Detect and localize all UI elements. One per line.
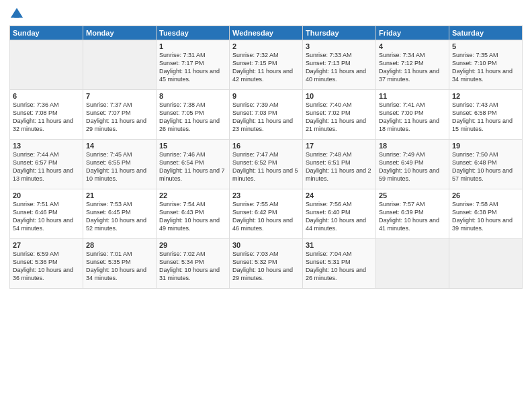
calendar-cell: 18Sunrise: 7:49 AM Sunset: 6:49 PM Dayli…: [376, 140, 449, 189]
day-number: 27: [13, 241, 80, 249]
day-info: Sunrise: 7:56 AM Sunset: 6:40 PM Dayligh…: [306, 200, 373, 233]
day-info: Sunrise: 7:40 AM Sunset: 7:02 PM Dayligh…: [306, 101, 373, 134]
calendar-cell: [10, 40, 83, 90]
calendar-cell: 11Sunrise: 7:41 AM Sunset: 7:00 PM Dayli…: [376, 90, 449, 140]
calendar-cell: 22Sunrise: 7:54 AM Sunset: 6:43 PM Dayli…: [157, 189, 230, 239]
day-number: 28: [86, 241, 153, 249]
day-number: 6: [13, 92, 80, 100]
calendar-cell: 29Sunrise: 7:02 AM Sunset: 5:34 PM Dayli…: [157, 239, 230, 289]
day-info: Sunrise: 7:37 AM Sunset: 7:07 PM Dayligh…: [86, 101, 153, 134]
day-info: Sunrise: 7:38 AM Sunset: 7:05 PM Dayligh…: [159, 101, 226, 134]
weekday-sunday: Sunday: [10, 26, 83, 40]
calendar-cell: 8Sunrise: 7:38 AM Sunset: 7:05 PM Daylig…: [157, 90, 230, 140]
day-number: 5: [452, 42, 519, 50]
day-number: 1: [159, 42, 226, 50]
day-info: Sunrise: 7:39 AM Sunset: 7:03 PM Dayligh…: [232, 101, 300, 134]
day-number: 7: [86, 92, 153, 100]
day-info: Sunrise: 7:31 AM Sunset: 7:17 PM Dayligh…: [159, 51, 226, 84]
calendar-cell: 21Sunrise: 7:53 AM Sunset: 6:45 PM Dayli…: [83, 189, 157, 239]
weekday-tuesday: Tuesday: [157, 26, 230, 40]
svg-rect-1: [14, 15, 19, 18]
day-number: 16: [232, 142, 300, 150]
day-info: Sunrise: 7:02 AM Sunset: 5:34 PM Dayligh…: [159, 250, 226, 283]
day-number: 9: [232, 92, 300, 100]
day-number: 22: [159, 191, 226, 199]
day-info: Sunrise: 7:50 AM Sunset: 6:48 PM Dayligh…: [452, 150, 519, 183]
calendar-cell: 10Sunrise: 7:40 AM Sunset: 7:02 PM Dayli…: [303, 90, 376, 140]
day-info: Sunrise: 7:53 AM Sunset: 6:45 PM Dayligh…: [86, 200, 153, 233]
weekday-monday: Monday: [83, 26, 157, 40]
logo-icon: [9, 7, 24, 21]
day-number: 2: [232, 42, 300, 50]
calendar-cell: 25Sunrise: 7:57 AM Sunset: 6:39 PM Dayli…: [376, 189, 449, 239]
weekday-header-row: SundayMondayTuesdayWednesdayThursdayFrid…: [10, 26, 523, 40]
calendar-cell: 24Sunrise: 7:56 AM Sunset: 6:40 PM Dayli…: [303, 189, 376, 239]
calendar-cell: [376, 239, 449, 289]
calendar-cell: [449, 239, 523, 289]
day-number: 23: [232, 191, 300, 199]
calendar-cell: 16Sunrise: 7:47 AM Sunset: 6:52 PM Dayli…: [230, 140, 303, 189]
day-info: Sunrise: 7:48 AM Sunset: 6:51 PM Dayligh…: [306, 150, 373, 183]
calendar-cell: 3Sunrise: 7:33 AM Sunset: 7:13 PM Daylig…: [303, 40, 376, 90]
day-info: Sunrise: 7:46 AM Sunset: 6:54 PM Dayligh…: [159, 150, 226, 183]
day-info: Sunrise: 7:01 AM Sunset: 5:35 PM Dayligh…: [86, 250, 153, 283]
calendar-cell: 31Sunrise: 7:04 AM Sunset: 5:31 PM Dayli…: [303, 239, 376, 289]
day-info: Sunrise: 7:41 AM Sunset: 7:00 PM Dayligh…: [379, 101, 446, 134]
day-number: 20: [13, 191, 80, 199]
calendar-cell: 5Sunrise: 7:35 AM Sunset: 7:10 PM Daylig…: [449, 40, 523, 90]
day-number: 12: [452, 92, 519, 100]
day-info: Sunrise: 7:04 AM Sunset: 5:31 PM Dayligh…: [306, 250, 373, 283]
calendar-cell: 30Sunrise: 7:03 AM Sunset: 5:32 PM Dayli…: [230, 239, 303, 289]
day-info: Sunrise: 7:34 AM Sunset: 7:12 PM Dayligh…: [379, 51, 446, 84]
day-number: 26: [452, 191, 519, 199]
day-number: 25: [379, 191, 446, 199]
day-info: Sunrise: 7:57 AM Sunset: 6:39 PM Dayligh…: [379, 200, 446, 233]
calendar-cell: 9Sunrise: 7:39 AM Sunset: 7:03 PM Daylig…: [230, 90, 303, 140]
day-info: Sunrise: 7:32 AM Sunset: 7:15 PM Dayligh…: [232, 51, 300, 84]
day-number: 18: [379, 142, 446, 150]
calendar-cell: 1Sunrise: 7:31 AM Sunset: 7:17 PM Daylig…: [157, 40, 230, 90]
day-info: Sunrise: 6:59 AM Sunset: 5:36 PM Dayligh…: [13, 250, 80, 283]
day-info: Sunrise: 7:49 AM Sunset: 6:49 PM Dayligh…: [379, 150, 446, 183]
day-number: 31: [306, 241, 373, 249]
calendar-cell: 4Sunrise: 7:34 AM Sunset: 7:12 PM Daylig…: [376, 40, 449, 90]
day-info: Sunrise: 7:54 AM Sunset: 6:43 PM Dayligh…: [159, 200, 226, 233]
week-row-2: 6Sunrise: 7:36 AM Sunset: 7:08 PM Daylig…: [10, 90, 523, 140]
calendar-cell: 2Sunrise: 7:32 AM Sunset: 7:15 PM Daylig…: [230, 40, 303, 90]
day-number: 14: [86, 142, 153, 150]
weekday-saturday: Saturday: [449, 26, 523, 40]
calendar-cell: 19Sunrise: 7:50 AM Sunset: 6:48 PM Dayli…: [449, 140, 523, 189]
calendar-cell: 20Sunrise: 7:51 AM Sunset: 6:46 PM Dayli…: [10, 189, 83, 239]
calendar-cell: 14Sunrise: 7:45 AM Sunset: 6:55 PM Dayli…: [83, 140, 157, 189]
logo: [9, 7, 26, 21]
calendar-cell: 17Sunrise: 7:48 AM Sunset: 6:51 PM Dayli…: [303, 140, 376, 189]
weekday-wednesday: Wednesday: [230, 26, 303, 40]
day-info: Sunrise: 7:36 AM Sunset: 7:08 PM Dayligh…: [13, 101, 80, 134]
week-row-3: 13Sunrise: 7:44 AM Sunset: 6:57 PM Dayli…: [10, 140, 523, 189]
calendar-cell: 27Sunrise: 6:59 AM Sunset: 5:36 PM Dayli…: [10, 239, 83, 289]
calendar-cell: 6Sunrise: 7:36 AM Sunset: 7:08 PM Daylig…: [10, 90, 83, 140]
day-number: 30: [232, 241, 300, 249]
calendar-cell: 28Sunrise: 7:01 AM Sunset: 5:35 PM Dayli…: [83, 239, 157, 289]
day-number: 29: [159, 241, 226, 249]
day-number: 21: [86, 191, 153, 199]
day-number: 15: [159, 142, 226, 150]
week-row-5: 27Sunrise: 6:59 AM Sunset: 5:36 PM Dayli…: [10, 239, 523, 289]
calendar-cell: 7Sunrise: 7:37 AM Sunset: 7:07 PM Daylig…: [83, 90, 157, 140]
day-info: Sunrise: 7:43 AM Sunset: 6:58 PM Dayligh…: [452, 101, 519, 134]
page-header: [9, 7, 523, 21]
week-row-1: 1Sunrise: 7:31 AM Sunset: 7:17 PM Daylig…: [10, 40, 523, 90]
weekday-thursday: Thursday: [303, 26, 376, 40]
day-info: Sunrise: 7:55 AM Sunset: 6:42 PM Dayligh…: [232, 200, 300, 233]
calendar-cell: 23Sunrise: 7:55 AM Sunset: 6:42 PM Dayli…: [230, 189, 303, 239]
calendar-cell: [83, 40, 157, 90]
day-info: Sunrise: 7:51 AM Sunset: 6:46 PM Dayligh…: [13, 200, 80, 233]
week-row-4: 20Sunrise: 7:51 AM Sunset: 6:46 PM Dayli…: [10, 189, 523, 239]
day-info: Sunrise: 7:35 AM Sunset: 7:10 PM Dayligh…: [452, 51, 519, 84]
day-info: Sunrise: 7:58 AM Sunset: 6:38 PM Dayligh…: [452, 200, 519, 233]
day-info: Sunrise: 7:33 AM Sunset: 7:13 PM Dayligh…: [306, 51, 373, 84]
day-number: 17: [306, 142, 373, 150]
calendar-cell: 26Sunrise: 7:58 AM Sunset: 6:38 PM Dayli…: [449, 189, 523, 239]
day-number: 3: [306, 42, 373, 50]
day-number: 8: [159, 92, 226, 100]
